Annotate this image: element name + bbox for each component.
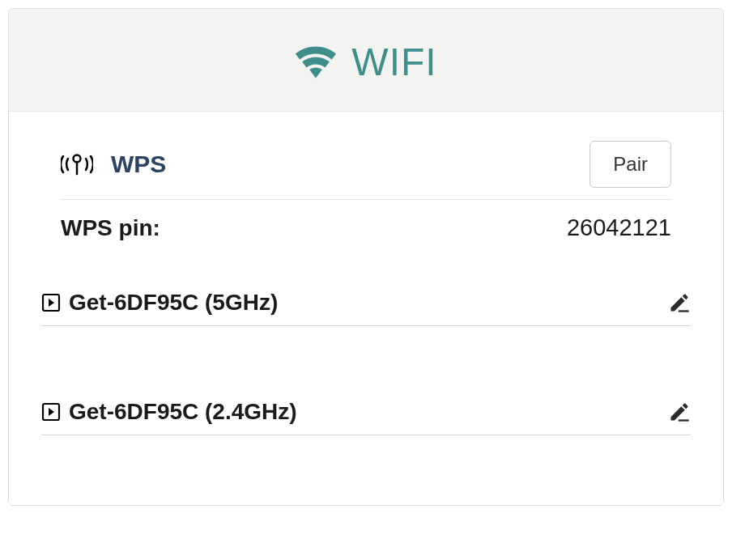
edit-icon[interactable] <box>668 291 691 314</box>
expand-right-icon[interactable] <box>41 293 61 312</box>
expand-right-icon[interactable] <box>41 402 61 422</box>
network-name: Get-6DF95C (2.4GHz) <box>69 399 297 425</box>
pair-button[interactable]: Pair <box>589 141 671 188</box>
panel-body: WPS Pair WPS pin: 26042121 Get-6DF95C (5… <box>9 112 723 505</box>
panel-title: WIFI <box>351 40 436 84</box>
svg-rect-5 <box>679 419 689 421</box>
wifi-icon <box>295 41 337 83</box>
wps-section: WPS Pair WPS pin: 26042121 <box>41 134 691 241</box>
panel-header: WIFI <box>9 9 723 112</box>
wifi-panel: WIFI WPS <box>8 8 724 506</box>
wps-label: WPS <box>111 151 589 178</box>
wps-pin-label: WPS pin: <box>61 215 160 241</box>
network-item: Get-6DF95C (5GHz) <box>41 290 691 326</box>
wps-antenna-icon <box>61 153 111 176</box>
network-item: Get-6DF95C (2.4GHz) <box>41 399 691 435</box>
edit-icon[interactable] <box>668 401 691 423</box>
wps-pin-row: WPS pin: 26042121 <box>61 200 671 241</box>
svg-rect-3 <box>679 310 689 312</box>
wps-row: WPS Pair <box>61 134 671 200</box>
wps-pin-value: 26042121 <box>567 214 671 241</box>
network-name: Get-6DF95C (5GHz) <box>69 290 278 316</box>
